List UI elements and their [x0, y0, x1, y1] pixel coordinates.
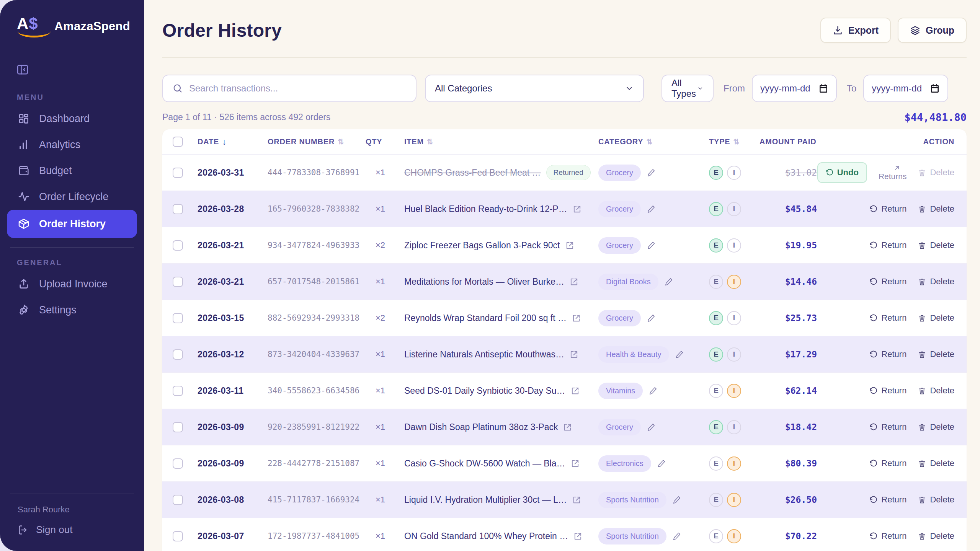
- row-checkbox[interactable]: [173, 240, 183, 251]
- type-essential-badge[interactable]: E: [709, 166, 723, 180]
- delete-button[interactable]: Delete: [918, 495, 954, 505]
- row-checkbox[interactable]: [173, 349, 183, 360]
- delete-button[interactable]: Delete: [918, 313, 954, 323]
- edit-category-icon[interactable]: [675, 350, 684, 359]
- external-link-icon[interactable]: [570, 350, 578, 359]
- edit-category-icon[interactable]: [673, 532, 681, 540]
- undo-return-button[interactable]: Undo: [817, 162, 867, 183]
- type-essential-badge[interactable]: E: [709, 456, 723, 471]
- row-checkbox[interactable]: [173, 277, 183, 287]
- export-button[interactable]: Export: [820, 18, 891, 43]
- return-button[interactable]: Return: [869, 458, 906, 468]
- sidebar-item-settings[interactable]: Settings: [7, 297, 137, 323]
- row-checkbox[interactable]: [173, 495, 183, 505]
- column-header-type[interactable]: TYPE⇅: [709, 137, 760, 146]
- row-checkbox[interactable]: [173, 168, 183, 178]
- delete-button[interactable]: Delete: [918, 240, 954, 250]
- group-button[interactable]: Group: [898, 18, 967, 43]
- return-button[interactable]: Return: [869, 277, 906, 287]
- column-header-date[interactable]: DATE↓: [198, 137, 268, 147]
- sign-out-button[interactable]: Sign out: [18, 524, 137, 536]
- edit-category-icon[interactable]: [649, 386, 657, 395]
- external-link-icon[interactable]: [571, 459, 580, 468]
- sidebar-item-analytics[interactable]: Analytics: [7, 132, 137, 158]
- type-impulse-badge[interactable]: I: [727, 347, 741, 362]
- external-link-icon[interactable]: [571, 386, 580, 395]
- from-date-input[interactable]: yyyy-mm-dd: [752, 75, 837, 102]
- type-impulse-badge[interactable]: I: [727, 202, 741, 216]
- edit-category-icon[interactable]: [673, 496, 681, 504]
- return-button[interactable]: Return: [869, 531, 906, 541]
- type-essential-badge[interactable]: E: [709, 202, 723, 216]
- edit-category-icon[interactable]: [665, 277, 673, 286]
- edit-category-icon[interactable]: [657, 459, 666, 468]
- delete-button[interactable]: Delete: [918, 349, 954, 359]
- return-button[interactable]: Return: [869, 349, 906, 359]
- type-essential-badge[interactable]: E: [709, 275, 723, 289]
- type-impulse-badge[interactable]: I: [727, 529, 741, 543]
- category-filter-select[interactable]: All Categories: [425, 75, 644, 102]
- delete-button[interactable]: Delete: [918, 531, 954, 541]
- type-impulse-badge[interactable]: I: [727, 166, 741, 180]
- external-link-icon[interactable]: [570, 277, 578, 286]
- external-link-icon[interactable]: [572, 496, 581, 504]
- edit-category-icon[interactable]: [647, 314, 655, 322]
- type-essential-badge[interactable]: E: [709, 384, 723, 398]
- delete-button[interactable]: Delete: [918, 386, 954, 396]
- search-box[interactable]: [162, 75, 416, 102]
- type-essential-badge[interactable]: E: [709, 347, 723, 362]
- row-checkbox[interactable]: [173, 531, 183, 541]
- column-header-category[interactable]: CATEGORY⇅: [598, 137, 709, 146]
- type-filter-select[interactable]: All Types: [662, 75, 714, 102]
- external-link-icon[interactable]: [573, 205, 581, 214]
- row-checkbox[interactable]: [173, 422, 183, 432]
- edit-category-icon[interactable]: [647, 168, 655, 177]
- external-link-icon[interactable]: [572, 314, 581, 323]
- sidebar-item-order-history[interactable]: Order History: [7, 210, 137, 238]
- type-impulse-badge[interactable]: I: [727, 456, 741, 471]
- delete-button[interactable]: Delete: [918, 204, 954, 214]
- external-link-icon[interactable]: [563, 423, 572, 432]
- edit-category-icon[interactable]: [647, 205, 655, 213]
- column-header-order-number[interactable]: ORDER NUMBER⇅: [268, 137, 366, 146]
- type-essential-badge[interactable]: E: [709, 311, 723, 325]
- type-essential-badge[interactable]: E: [709, 529, 723, 543]
- delete-button[interactable]: Delete: [918, 458, 954, 468]
- delete-button[interactable]: Delete: [918, 422, 954, 432]
- edit-category-icon[interactable]: [647, 241, 655, 249]
- type-essential-badge[interactable]: E: [709, 493, 723, 507]
- type-impulse-badge[interactable]: I: [727, 275, 741, 289]
- external-link-icon[interactable]: [565, 241, 574, 250]
- sidebar-item-dashboard[interactable]: Dashboard: [7, 106, 137, 132]
- type-essential-badge[interactable]: E: [709, 420, 723, 434]
- return-button[interactable]: Return: [869, 240, 906, 250]
- row-checkbox[interactable]: [173, 313, 183, 323]
- return-button[interactable]: Return: [869, 422, 906, 432]
- sidebar-item-order-lifecycle[interactable]: Order Lifecycle: [7, 184, 137, 210]
- delete-button[interactable]: Delete: [918, 277, 954, 287]
- search-input[interactable]: [189, 83, 407, 94]
- external-link-icon[interactable]: [573, 532, 582, 541]
- type-impulse-badge[interactable]: I: [727, 420, 741, 434]
- row-checkbox[interactable]: [173, 458, 183, 469]
- edit-category-icon[interactable]: [647, 423, 655, 431]
- type-impulse-badge[interactable]: I: [727, 238, 741, 253]
- collapse-sidebar-icon[interactable]: [16, 63, 31, 78]
- returns-link[interactable]: Returns: [879, 164, 907, 181]
- to-date-input[interactable]: yyyy-mm-dd: [863, 75, 948, 102]
- delete-button[interactable]: Delete: [918, 168, 954, 178]
- type-impulse-badge[interactable]: I: [727, 384, 741, 398]
- row-checkbox[interactable]: [173, 204, 183, 214]
- return-button[interactable]: Return: [869, 204, 906, 214]
- type-essential-badge[interactable]: E: [709, 238, 723, 253]
- row-checkbox[interactable]: [173, 386, 183, 396]
- type-impulse-badge[interactable]: I: [727, 311, 741, 325]
- return-button[interactable]: Return: [869, 386, 906, 396]
- type-impulse-badge[interactable]: I: [727, 493, 741, 507]
- return-button[interactable]: Return: [869, 313, 906, 323]
- column-header-item[interactable]: ITEM⇅: [404, 137, 598, 146]
- sidebar-item-upload-invoice[interactable]: Upload Invoice: [7, 271, 137, 297]
- select-all-checkbox[interactable]: [173, 137, 183, 147]
- sidebar-item-budget[interactable]: Budget: [7, 158, 137, 184]
- return-button[interactable]: Return: [869, 495, 906, 505]
